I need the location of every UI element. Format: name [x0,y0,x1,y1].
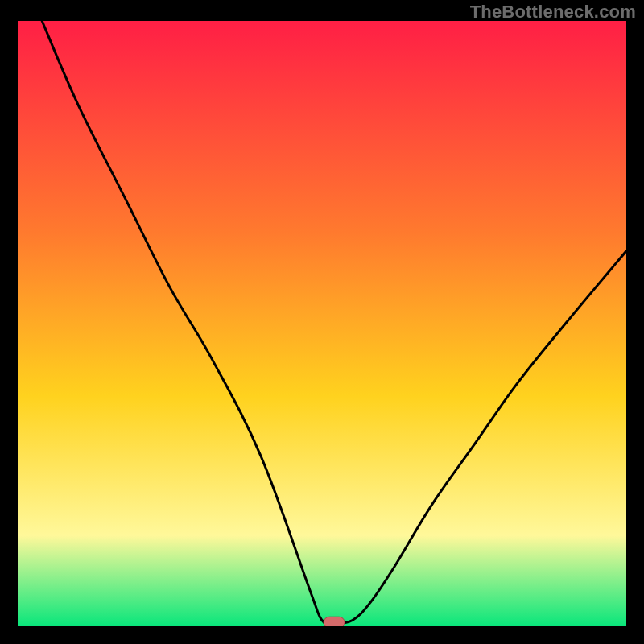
gradient-background [18,21,626,626]
plot-area [18,21,626,626]
chart-frame: TheBottleneck.com [0,0,644,644]
bottleneck-chart [18,21,626,626]
optimal-marker [324,617,345,626]
watermark-text: TheBottleneck.com [470,2,636,23]
